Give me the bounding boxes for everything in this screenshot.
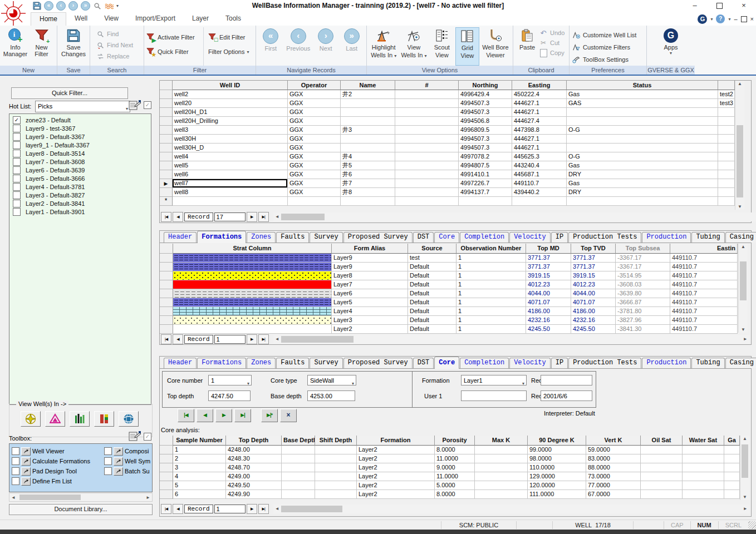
- ribbon-tab[interactable]: Import/Export: [127, 12, 184, 26]
- view-wells-in-button[interactable]: View Wells In ▾: [399, 27, 428, 66]
- row-selector[interactable]: [160, 463, 173, 472]
- horizontal-scrollbar[interactable]: ◄ ►: [273, 335, 749, 344]
- tab[interactable]: Casing: [725, 358, 756, 368]
- tab[interactable]: Tubing: [691, 232, 724, 243]
- cell-extra[interactable]: [718, 170, 735, 179]
- column-header[interactable]: Easting: [512, 81, 567, 90]
- table-row[interactable]: 2 4248.30 Layer2 11.0000 98.0000 83.0000: [160, 454, 740, 463]
- cell-well-id[interactable]: well20H_Drilling: [173, 117, 288, 126]
- tab[interactable]: Header: [164, 232, 197, 243]
- cell-top-tvd[interactable]: 4186.00: [571, 307, 616, 316]
- cell-top-tvd[interactable]: 3771.37: [571, 254, 616, 263]
- row-selector[interactable]: [160, 446, 173, 454]
- cell-name[interactable]: 井2: [341, 90, 395, 99]
- record-next-button[interactable]: ▶: [247, 504, 257, 514]
- customize-well-list-button[interactable]: Customize Well List: [572, 31, 636, 39]
- cell-northing[interactable]: 4996809.5: [459, 126, 512, 135]
- cell-easting[interactable]: 449110.7: [670, 325, 738, 334]
- record-value-input[interactable]: 17: [214, 212, 246, 221]
- core-next-button[interactable]: ▶: [215, 409, 232, 422]
- cell-water-sat[interactable]: [683, 446, 724, 454]
- tab[interactable]: Zones: [247, 358, 276, 368]
- cell-source[interactable]: Default: [408, 289, 456, 298]
- strat-column-swatch[interactable]: [173, 316, 332, 325]
- tab[interactable]: Velocity: [509, 358, 551, 368]
- table-row[interactable]: Layer9 Default 1 3771.37 3771.37 -3367.1…: [160, 263, 738, 271]
- cell-name[interactable]: 井5: [341, 161, 395, 170]
- column-header[interactable]: Vert K: [586, 436, 641, 446]
- cell-easting[interactable]: 450222.4: [512, 90, 567, 99]
- pick-checkbox[interactable]: [13, 208, 21, 216]
- column-header[interactable]: Sample Number: [173, 436, 226, 446]
- table-row[interactable]: Layer7 Default 1 4012.23 4012.23 -3608.0…: [160, 280, 738, 289]
- cell-max-k[interactable]: [475, 481, 528, 490]
- cell-number[interactable]: [395, 135, 459, 144]
- cell-easting[interactable]: 444627.4: [512, 117, 567, 126]
- cell-sample-number[interactable]: 3: [173, 463, 226, 472]
- well-grid-vscrollbar[interactable]: ▲ ▼: [735, 81, 744, 210]
- column-header[interactable]: Source: [408, 244, 456, 254]
- mdi-minimize-button[interactable]: –: [734, 16, 737, 22]
- cell-status[interactable]: Gas: [567, 179, 718, 188]
- hot-list-select[interactable]: Picks ▾: [35, 101, 130, 112]
- cell-formation[interactable]: Layer2: [357, 463, 435, 472]
- gverse-menu-icon[interactable]: G: [698, 14, 707, 24]
- cell-operator[interactable]: GGX: [288, 161, 341, 170]
- last-button[interactable]: » Last: [339, 27, 364, 66]
- search-icon[interactable]: [93, 2, 102, 11]
- waves-icon[interactable]: [105, 2, 114, 11]
- tab[interactable]: Survey: [310, 358, 342, 368]
- cell-name[interactable]: 井6: [341, 170, 395, 179]
- cell-easting[interactable]: 449110.7: [670, 263, 738, 271]
- previous-record-icon[interactable]: ‹: [56, 1, 66, 11]
- tab[interactable]: Production Tests: [568, 232, 641, 243]
- cell-source[interactable]: Default: [408, 263, 456, 271]
- scroll-down-icon[interactable]: ▼: [739, 327, 748, 332]
- scroll-left-icon[interactable]: ◄: [273, 506, 281, 511]
- core-type-select[interactable]: SideWall▾: [307, 375, 356, 385]
- scroll-right-icon[interactable]: ►: [742, 337, 749, 342]
- table-row[interactable]: ▶ well7 GGX 井7 4997226.7 449110.7 Gas: [160, 179, 735, 188]
- cell-shift-depth[interactable]: [315, 490, 357, 499]
- table-row[interactable]: ▶ well5 GGX 井5 4994807.5 443240.4 Gas: [160, 161, 735, 170]
- cell-easting[interactable]: 444627.1: [512, 135, 567, 144]
- user1-input[interactable]: [461, 390, 527, 401]
- cell-easting[interactable]: 449110.7: [670, 254, 738, 263]
- cell-max-k[interactable]: [475, 454, 528, 463]
- view-in-section-button[interactable]: [45, 411, 65, 427]
- cell-sample-number[interactable]: 1: [173, 446, 226, 454]
- cell-water-sat[interactable]: [683, 481, 724, 490]
- undo-button[interactable]: ↶ Undo: [539, 28, 564, 37]
- cell-source[interactable]: Default: [408, 298, 456, 307]
- cell-easting[interactable]: 449110.7: [512, 179, 567, 188]
- row-selector[interactable]: [160, 490, 173, 499]
- table-row[interactable]: ▶ well6 GGX 井6 4991410.1 445687.1 DRY: [160, 170, 735, 179]
- cell-form-alias[interactable]: Layer9: [332, 254, 408, 263]
- row-selector[interactable]: [160, 472, 173, 481]
- cell-top-depth[interactable]: 4249.00: [226, 472, 282, 481]
- scroll-up-icon[interactable]: ▲: [735, 81, 744, 86]
- cell-top-subsea[interactable]: -3639.80: [616, 289, 670, 298]
- table-row[interactable]: 1 4248.00 Layer2 8.0000 99.0000 59.0000: [160, 446, 740, 454]
- cell-oil-sat[interactable]: [641, 446, 683, 454]
- cell-form-alias[interactable]: Layer6: [332, 289, 408, 298]
- cell-well-id[interactable]: well20: [173, 99, 288, 108]
- pick-checkbox[interactable]: [13, 175, 21, 182]
- cell-easting[interactable]: 449110.7: [670, 289, 738, 298]
- ribbon-tab[interactable]: Tools: [217, 12, 249, 26]
- cell-porosity[interactable]: 5.0000: [435, 481, 475, 490]
- cell-observation-number[interactable]: 1: [456, 307, 526, 316]
- column-header[interactable]: #: [395, 81, 459, 90]
- first-button[interactable]: « First: [258, 27, 283, 66]
- record-prev-button[interactable]: ◀: [173, 504, 183, 514]
- core-prev-button[interactable]: ◀: [197, 409, 213, 422]
- cell-number[interactable]: [395, 117, 459, 126]
- table-row[interactable]: Layer9 test 1 3771.37 3771.37 -3367.17 4…: [160, 254, 738, 263]
- core-last-button[interactable]: ▶|: [234, 409, 251, 422]
- toolbox-scrollbar[interactable]: ◄ ►: [9, 493, 153, 502]
- cell-vert-k[interactable]: 88.0000: [586, 463, 641, 472]
- cell-easting[interactable]: 444627.1: [512, 108, 567, 117]
- cell-well-id[interactable]: well5: [173, 161, 288, 170]
- cell-operator[interactable]: GGX: [288, 108, 341, 117]
- cell-status[interactable]: [567, 117, 718, 126]
